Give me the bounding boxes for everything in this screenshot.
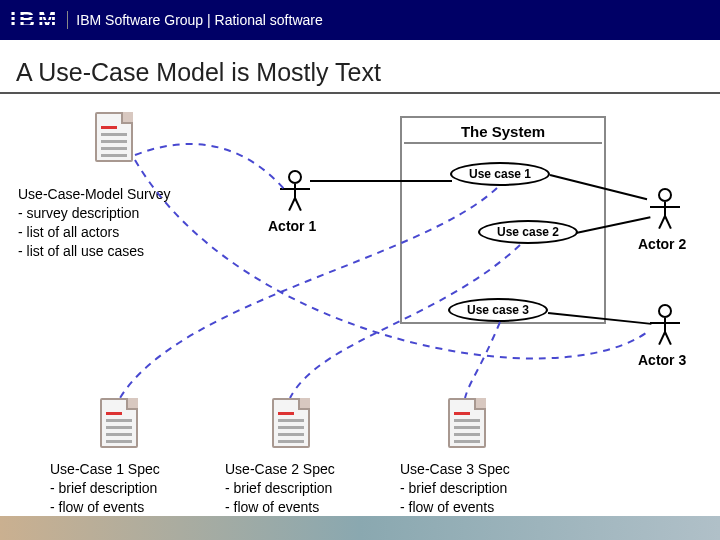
spec-1-doc-icon — [100, 398, 138, 448]
title-underline — [0, 92, 720, 94]
spec-3-title: Use-Case 3 Spec — [400, 460, 550, 479]
actor-1-icon — [280, 170, 310, 218]
use-case-1-oval: Use case 1 — [450, 162, 550, 186]
use-case-3-oval: Use case 3 — [448, 298, 548, 322]
survey-line3: - list of all use cases — [18, 242, 228, 261]
system-title: The System — [404, 120, 602, 144]
spec-3-b1: - brief description — [400, 479, 550, 498]
use-case-2-oval: Use case 2 — [478, 220, 578, 244]
spec-3-b2: - flow of events — [400, 498, 550, 517]
spec-2-b2: - flow of events — [225, 498, 375, 517]
actor-1-label: Actor 1 — [268, 218, 316, 234]
actor-2-icon — [650, 188, 680, 236]
spec-2-title: Use-Case 2 Spec — [225, 460, 375, 479]
spec-3-text: Use-Case 3 Spec - brief description - fl… — [400, 460, 550, 517]
header-divider — [67, 11, 68, 29]
survey-doc-icon — [95, 112, 133, 162]
footer-band — [0, 516, 720, 540]
header-bar: IBM IBM Software Group | Rational softwa… — [0, 0, 720, 40]
system-boundary: The System — [400, 116, 606, 324]
slide-body: A Use-Case Model is Mostly Text Use-Case… — [0, 40, 720, 540]
slide-title: A Use-Case Model is Mostly Text — [16, 58, 381, 87]
header-breadcrumb: IBM Software Group | Rational software — [76, 12, 322, 28]
spec-1-b1: - brief description — [50, 479, 200, 498]
actor-3-icon — [650, 304, 680, 352]
survey-heading: Use-Case-Model Survey — [18, 185, 228, 204]
assoc-a1-uc1 — [310, 180, 452, 182]
ibm-logo: IBM — [10, 7, 59, 33]
actor-2-label: Actor 2 — [638, 236, 686, 252]
survey-line1: - survey description — [18, 204, 228, 223]
spec-1-title: Use-Case 1 Spec — [50, 460, 200, 479]
spec-1-text: Use-Case 1 Spec - brief description - fl… — [50, 460, 200, 517]
spec-1-b2: - flow of events — [50, 498, 200, 517]
spec-2-b1: - brief description — [225, 479, 375, 498]
survey-text-block: Use-Case-Model Survey - survey descripti… — [18, 185, 228, 261]
survey-line2: - list of all actors — [18, 223, 228, 242]
actor-3-label: Actor 3 — [638, 352, 686, 368]
spec-3-doc-icon — [448, 398, 486, 448]
spec-2-text: Use-Case 2 Spec - brief description - fl… — [225, 460, 375, 517]
spec-2-doc-icon — [272, 398, 310, 448]
